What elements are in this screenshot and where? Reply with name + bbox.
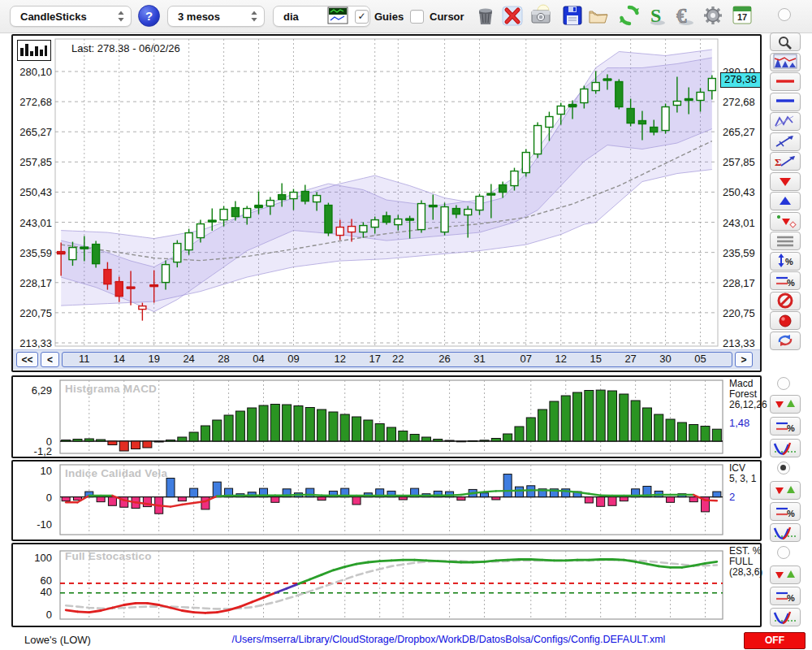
- euro-button[interactable]: €: [673, 4, 698, 28]
- regression-sum-icon: Σ: [773, 154, 797, 170]
- levels-tool[interactable]: [770, 232, 801, 250]
- svg-text:S: S: [650, 5, 661, 26]
- open-folder-icon: [587, 5, 610, 26]
- disable-tool[interactable]: [770, 292, 801, 310]
- candlestick-chart[interactable]: [13, 36, 760, 349]
- value-tick-label: 10: [15, 465, 52, 477]
- regression-sum-tool[interactable]: Σ: [770, 152, 801, 171]
- config-path[interactable]: /Users/mserra/Library/CloudStorage/Dropb…: [162, 634, 735, 645]
- red-hline-tool[interactable]: [770, 72, 801, 91]
- icv-curve-indicator-button[interactable]: [770, 523, 801, 542]
- indicator-current-value: 1,48: [729, 418, 762, 428]
- zoom-tool[interactable]: [770, 32, 801, 51]
- macd-panel-radio[interactable]: [777, 377, 790, 390]
- macd-curve-indicator-button[interactable]: [770, 439, 801, 457]
- add-signal-tool[interactable]: [770, 212, 801, 231]
- macd-levels-percent-button[interactable]: %: [770, 417, 801, 436]
- stochastic-signals-arrows-button[interactable]: [770, 566, 801, 584]
- date-tick-label: 12: [550, 353, 572, 365]
- icv-panel-title: Indice Calidad Vela: [65, 467, 167, 479]
- price-tick-label: 220,75: [15, 307, 52, 319]
- cursor-checkbox-row: Cursor: [410, 9, 464, 24]
- price-tick-label: 265,27: [723, 126, 760, 138]
- date-tick-label: 19: [143, 353, 166, 365]
- record-tool[interactable]: [770, 311, 801, 330]
- delete-x-button[interactable]: [500, 4, 525, 28]
- value-tick-label: 0: [15, 609, 52, 621]
- trash-button[interactable]: [473, 4, 498, 28]
- range-percent-tool[interactable]: %: [770, 252, 801, 271]
- icv-panel-radio[interactable]: [777, 462, 790, 474]
- sync-button[interactable]: S: [646, 4, 670, 28]
- stochastic-levels-percent-button[interactable]: %: [770, 587, 801, 605]
- chart-type-select[interactable]: CandleSticks: [10, 6, 132, 27]
- stochastic-curve-indicator-button[interactable]: [770, 608, 801, 626]
- refresh-button[interactable]: [617, 4, 641, 28]
- icv-levels-percent-button[interactable]: %: [770, 502, 801, 521]
- date-tick-label: 31: [469, 353, 491, 365]
- help-button[interactable]: ?: [138, 5, 160, 27]
- stochastic-signals-arrows-button-icon: [773, 567, 797, 583]
- icv-panel: Indice Calidad Vela 100-10 ICV5, 3, 12: [11, 460, 762, 541]
- levels-percent-icon: %: [773, 273, 797, 289]
- indicator-panel-tool[interactable]: [770, 53, 801, 72]
- date-tick-label: 04: [248, 353, 270, 365]
- calendar-button[interactable]: 17: [730, 4, 754, 28]
- indicator-current-value: 2: [729, 492, 762, 502]
- trend-line-tool[interactable]: [770, 132, 801, 151]
- stochastic-right-labels: EST. %FULL(28,3,6): [729, 546, 762, 578]
- price-tick-label: 220,75: [723, 307, 760, 319]
- stochastic-panel-radio[interactable]: [777, 546, 790, 559]
- macd-signals-arrows-button[interactable]: [770, 395, 801, 414]
- nav-first-button[interactable]: <<: [16, 352, 38, 367]
- chart-type-value: CandleSticks: [20, 11, 87, 23]
- stochastic-panel-title: Full Estocastico: [65, 550, 152, 562]
- save-button[interactable]: [560, 4, 585, 28]
- sell-arrow-icon: [773, 173, 797, 189]
- date-tick-label: 27: [620, 353, 642, 365]
- blue-hline-tool[interactable]: [770, 93, 801, 111]
- nav-prev-button[interactable]: <: [41, 352, 59, 367]
- zigzag-icon: [773, 114, 797, 130]
- refresh-icon: [618, 4, 641, 27]
- open-folder-button[interactable]: [586, 4, 611, 28]
- price-tick-label: 257,85: [723, 156, 760, 168]
- nav-next-button[interactable]: >: [735, 352, 753, 367]
- value-tick-label: -10: [15, 518, 52, 531]
- price-tick-label: 213,33: [15, 337, 52, 349]
- guies-checkbox-row: ✓Guies: [355, 9, 404, 24]
- off-toggle-button[interactable]: OFF: [744, 632, 806, 649]
- svg-text:%: %: [787, 593, 795, 603]
- checkmark-glyph: ✓: [357, 11, 365, 22]
- blue-hline-icon: [773, 93, 797, 110]
- date-tick-label: 09: [282, 353, 304, 365]
- stochastic-curve-indicator-button-icon: [773, 609, 797, 626]
- price-tick-label: 250,43: [15, 186, 52, 198]
- volume-histogram-icon[interactable]: [17, 40, 51, 61]
- value-tick-label: 0: [15, 492, 52, 504]
- levels-percent-tool[interactable]: %: [770, 271, 801, 290]
- guies-checkbox[interactable]: ✓: [355, 10, 369, 24]
- period-select[interactable]: 3 mesos: [167, 6, 265, 27]
- indicator-name-label: 5, 3, 1: [729, 474, 762, 484]
- sync-s-icon: S: [646, 4, 669, 27]
- chart-window-button[interactable]: [327, 6, 348, 26]
- sell-arrow-tool[interactable]: [770, 172, 801, 191]
- indicator-name-label: (28,3,6): [729, 567, 762, 578]
- macd-panel-title: Histgrama MACD: [65, 383, 157, 395]
- snapshot-button[interactable]: [529, 4, 553, 28]
- cursor-checkbox[interactable]: [410, 10, 424, 24]
- help-glyph: ?: [145, 9, 153, 23]
- refresh-small-tool[interactable]: [770, 332, 801, 350]
- price-tick-label: 265,27: [15, 126, 52, 138]
- value-tick-label: 60: [15, 574, 52, 587]
- date-tick-label: 07: [515, 353, 538, 365]
- zigzag-tool[interactable]: [770, 112, 801, 131]
- date-tick-label: 14: [108, 353, 131, 365]
- icv-signals-arrows-button[interactable]: [770, 481, 801, 500]
- buy-arrow-tool[interactable]: [770, 192, 801, 210]
- macd-curve-indicator-button-icon: [773, 440, 797, 457]
- record-icon: [773, 313, 797, 329]
- date-tick-label: 22: [387, 353, 409, 365]
- settings-button[interactable]: [701, 4, 725, 28]
